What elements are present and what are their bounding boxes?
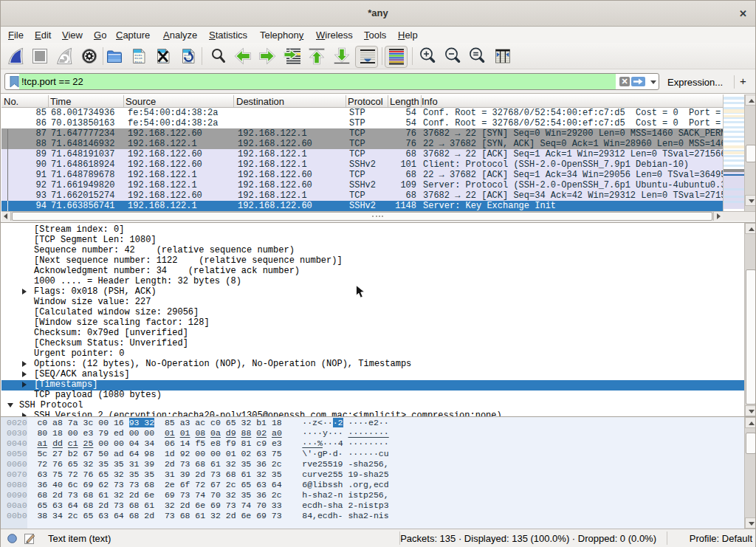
svg-text:0111: 0111	[134, 60, 142, 63]
